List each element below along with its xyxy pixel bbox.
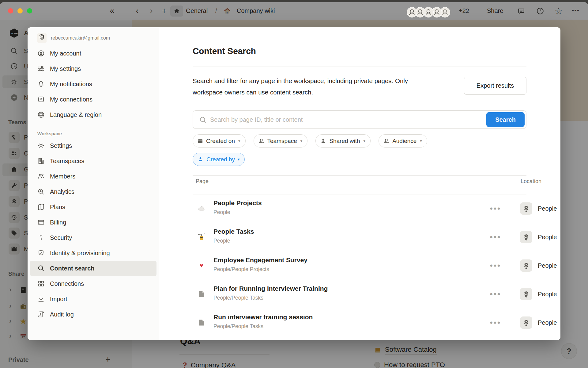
sidebar-item-my-account[interactable]: My account xyxy=(30,46,156,61)
filter-label: Teamspace xyxy=(267,138,297,144)
members-icon xyxy=(37,173,45,180)
description: Search and filter for any page in the wo… xyxy=(193,75,438,98)
page-title[interactable]: Employee Engagement Survey xyxy=(213,256,307,264)
credit-card-icon xyxy=(37,219,45,226)
sidebar-item-label: Language & region xyxy=(50,111,102,118)
filter-teamspace[interactable]: Teamspace ▾ xyxy=(254,134,308,148)
row-more-icon[interactable]: ●●● xyxy=(490,263,501,269)
sidebar-item-analytics[interactable]: Analytics xyxy=(30,184,156,199)
chevron-down-icon: ▾ xyxy=(364,139,366,143)
page-title[interactable]: Plan for Running Interviewer Training xyxy=(213,285,328,292)
search-sparkle-icon xyxy=(37,188,45,195)
page-title: Content Search xyxy=(193,46,256,56)
column-header-page[interactable]: Page xyxy=(196,178,209,185)
sidebar-item-connections[interactable]: Connections xyxy=(30,276,156,291)
content-search-panel: Content Search Search and filter for any… xyxy=(159,27,560,340)
export-results-button[interactable]: Export results xyxy=(464,77,526,95)
table-row[interactable]: People Tasks People ●●● People Share xyxy=(193,223,560,251)
account-header: rebeccamcakir@gmail.com xyxy=(30,32,156,46)
tram-icon xyxy=(197,232,206,242)
sidebar-item-teamspaces[interactable]: Teamspaces xyxy=(30,153,156,169)
page-path: People/People Projects xyxy=(213,266,269,273)
sidebar-item-billing[interactable]: Billing xyxy=(30,215,156,230)
location-value: People xyxy=(538,319,557,326)
screen: « ‹ › + General / Company wiki xyxy=(0,0,588,368)
page-path: People/People Tasks xyxy=(213,323,263,330)
teamspace-flower-icon xyxy=(520,316,532,329)
sidebar-item-content-search[interactable]: Content search xyxy=(30,261,156,276)
location-value: People xyxy=(538,262,557,269)
filter-chips: Created on ▾ Teamspace ▾ Shared with ▾ A… xyxy=(193,134,427,148)
heart-icon: ♥ xyxy=(197,261,206,270)
member-avatar[interactable] xyxy=(407,7,417,17)
table-row[interactable]: Plan for Running Interviewer Training Pe… xyxy=(193,280,560,308)
table-row[interactable]: Run interviewer training session People/… xyxy=(193,308,560,337)
column-header-location[interactable]: Location xyxy=(521,178,541,185)
table-row[interactable]: ♥ Employee Engagement Survey People/Peop… xyxy=(193,251,560,280)
sidebar-item-members[interactable]: Members xyxy=(30,169,156,184)
calendar-icon xyxy=(197,138,203,144)
sidebar-item-language-region[interactable]: Language & region xyxy=(30,107,156,122)
page-title[interactable]: People Projects xyxy=(213,199,262,207)
teamspace-flower-icon xyxy=(520,231,532,243)
sidebar-item-label: My connections xyxy=(50,96,92,103)
window-close-button[interactable] xyxy=(8,8,13,13)
bell-icon xyxy=(37,80,45,88)
search-input[interactable] xyxy=(210,111,473,128)
user-avatar xyxy=(37,33,47,43)
page-title[interactable]: Run interviewer training session xyxy=(213,313,313,321)
sidebar-item-label: Analytics xyxy=(50,188,74,195)
person-circle-icon xyxy=(37,50,45,57)
sidebar-item-my-connections[interactable]: My connections xyxy=(30,92,156,107)
filter-label: Audience xyxy=(392,138,417,144)
building-icon xyxy=(37,157,45,165)
cloud-icon xyxy=(197,204,206,213)
sidebar-item-label: Content search xyxy=(50,265,95,272)
page-icon xyxy=(197,318,206,327)
sidebar-item-audit-log[interactable]: Audit log xyxy=(30,307,156,322)
search-button[interactable]: Search xyxy=(486,112,525,127)
sidebar-item-security[interactable]: Security xyxy=(30,230,156,245)
divider xyxy=(193,67,526,67)
chevron-down-icon: ▾ xyxy=(238,157,240,162)
filter-label: Created on xyxy=(206,138,235,144)
filter-audience[interactable]: Audience ▾ xyxy=(379,134,427,148)
location-value: People xyxy=(538,290,557,297)
page-path: People xyxy=(213,209,230,216)
table-row[interactable]: People Projects People ●●● People Share xyxy=(193,194,560,223)
row-more-icon[interactable]: ●●● xyxy=(490,291,501,297)
row-more-icon[interactable]: ●●● xyxy=(490,234,501,240)
sidebar-item-label: Settings xyxy=(50,142,72,149)
search-icon xyxy=(199,116,207,125)
people-icon xyxy=(258,138,265,144)
sidebar-item-my-settings[interactable]: My settings xyxy=(30,61,156,76)
chevron-down-icon: ▾ xyxy=(300,139,303,143)
map-icon xyxy=(37,203,45,211)
filter-created-by-active[interactable]: Created by ▾ xyxy=(193,153,245,166)
globe-icon xyxy=(37,111,45,118)
location-value: People xyxy=(538,233,557,240)
key-icon xyxy=(37,234,45,241)
sidebar-item-plans[interactable]: Plans xyxy=(30,199,156,215)
row-more-icon[interactable]: ●●● xyxy=(490,205,501,212)
filter-label: Created by xyxy=(206,156,235,163)
page-title[interactable]: People Tasks xyxy=(213,228,254,235)
filter-label: Shared with xyxy=(329,138,360,144)
download-icon xyxy=(37,295,45,303)
filter-shared-with[interactable]: Shared with ▾ xyxy=(315,134,371,148)
external-link-icon xyxy=(37,96,45,103)
sidebar-item-settings[interactable]: Settings xyxy=(30,138,156,153)
settings-modal: rebeccamcakir@gmail.com My account My se… xyxy=(28,27,560,340)
window-minimize-button[interactable] xyxy=(17,8,23,13)
sidebar-item-import[interactable]: Import xyxy=(30,291,156,307)
chevron-down-icon: ▾ xyxy=(238,139,240,143)
people-icon xyxy=(383,138,390,144)
sidebar-item-identity-provisioning[interactable]: Identity & provisioning xyxy=(30,245,156,261)
filter-created-on[interactable]: Created on ▾ xyxy=(193,134,246,148)
window-zoom-button[interactable] xyxy=(27,8,32,13)
sidebar-item-label: My notifications xyxy=(50,81,92,88)
sidebar-item-my-notifications[interactable]: My notifications xyxy=(30,76,156,92)
person-icon xyxy=(320,138,326,144)
search-icon xyxy=(37,265,45,272)
row-more-icon[interactable]: ●●● xyxy=(490,320,501,326)
